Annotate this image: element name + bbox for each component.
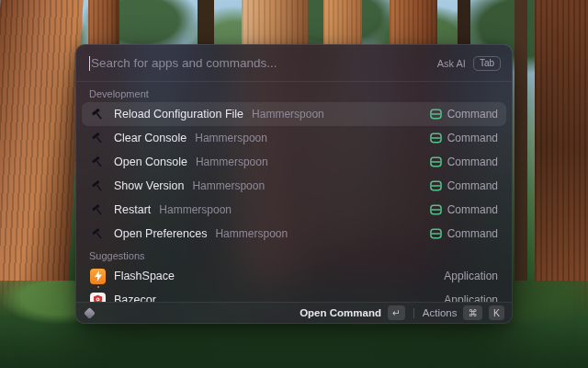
list-item[interactable]: Clear Console Hammerspoon Command	[82, 126, 506, 150]
accessory-label: Application	[444, 270, 498, 282]
action-bar: Open Command ↵ Actions ⌘ K	[76, 302, 512, 323]
list-item[interactable]: Reload Configuration File Hammerspoon Co…	[82, 102, 506, 126]
actions-menu-button[interactable]: Actions	[423, 307, 458, 318]
command-subtitle: Hammerspoon	[159, 203, 232, 216]
running-indicator-dot	[97, 286, 99, 288]
accessory: Command	[430, 108, 498, 121]
enter-key-icon: ↵	[388, 305, 405, 321]
command-type-icon	[430, 156, 442, 167]
command-title: Restart	[114, 203, 151, 216]
footer-divider	[413, 308, 414, 318]
primary-action-button[interactable]: Open Command	[300, 307, 381, 318]
command-type-icon	[430, 228, 442, 239]
list-item[interactable]: Open Console Hammerspoon Command	[82, 150, 506, 174]
tab-key-badge: Tab	[473, 56, 501, 71]
accessory: Command	[430, 203, 498, 216]
cmd-key-icon: ⌘	[463, 305, 482, 321]
hammerspoon-icon	[90, 226, 106, 242]
accessory: Command	[430, 155, 498, 168]
command-title: Reload Configuration File	[114, 108, 243, 121]
accessory-label: Command	[447, 179, 498, 192]
hammerspoon-icon	[90, 202, 106, 218]
list-item[interactable]: Bazecor Application	[82, 288, 506, 302]
hammerspoon-icon	[90, 178, 106, 194]
command-title: Show Version	[114, 179, 184, 192]
k-key-icon: K	[489, 305, 504, 321]
section-header-development: Development	[76, 84, 512, 102]
results-list: Development Reload Configuration File Ha…	[76, 82, 512, 302]
list-item[interactable]: Open Preferences Hammerspoon Command	[82, 222, 506, 246]
command-title: Clear Console	[114, 132, 187, 144]
accessory-label: Command	[447, 227, 498, 240]
command-subtitle: Hammerspoon	[192, 179, 265, 192]
accessory: Application	[444, 270, 498, 282]
accessory-label: Application	[444, 293, 498, 302]
command-title: Open Preferences	[114, 227, 207, 240]
command-subtitle: Hammerspoon	[252, 108, 324, 121]
launcher-window: Ask AI Tab Development Reload Configurat…	[75, 44, 513, 324]
accessory-label: Command	[447, 203, 498, 216]
accessory: Command	[430, 227, 498, 240]
accessory-label: Command	[447, 108, 498, 121]
command-title: Open Console	[114, 155, 187, 168]
app-title: Bazecor	[114, 293, 156, 302]
hammerspoon-icon	[90, 131, 106, 146]
section-header-suggestions: Suggestions	[76, 246, 512, 264]
app-title: FlashSpace	[114, 270, 175, 282]
hammerspoon-icon	[90, 155, 106, 170]
list-item[interactable]: FlashSpace Application	[82, 264, 506, 288]
hammerspoon-icon	[90, 107, 106, 122]
accessory-label: Command	[447, 132, 498, 144]
command-type-icon	[430, 109, 442, 120]
command-type-icon	[430, 180, 442, 191]
accessory: Command	[430, 179, 498, 192]
command-type-icon	[430, 204, 442, 215]
list-item[interactable]: Show Version Hammerspoon Command	[82, 174, 506, 198]
ask-ai-label[interactable]: Ask AI	[437, 58, 466, 69]
accessory-label: Command	[447, 155, 498, 168]
accessory: Command	[430, 132, 498, 144]
command-type-icon	[430, 132, 442, 144]
bazecor-icon	[90, 293, 106, 303]
command-subtitle: Hammerspoon	[196, 155, 268, 168]
command-subtitle: Hammerspoon	[195, 132, 267, 144]
search-input[interactable]	[91, 56, 437, 70]
list-item[interactable]: Restart Hammerspoon Command	[82, 198, 506, 222]
command-subtitle: Hammerspoon	[215, 227, 288, 240]
accessory: Application	[444, 293, 498, 302]
flashspace-icon	[90, 269, 106, 284]
extension-diamond-icon	[84, 307, 96, 319]
search-bar: Ask AI Tab	[76, 45, 512, 82]
text-caret	[89, 56, 90, 71]
